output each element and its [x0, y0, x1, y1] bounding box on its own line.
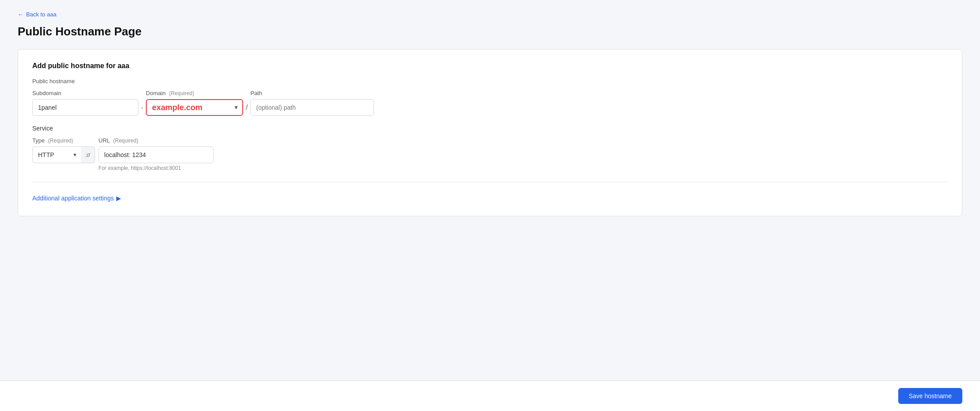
additional-settings-link[interactable]: Additional application settings ▶: [32, 195, 121, 202]
domain-required-tag: (Required): [169, 90, 194, 96]
page-title: Public Hostname Page: [18, 25, 962, 38]
path-field-group: Path: [250, 90, 374, 116]
public-hostname-label: Public hostname: [32, 78, 948, 85]
path-input[interactable]: [250, 99, 374, 116]
additional-settings-label: Additional application settings: [32, 195, 114, 202]
protocol-badge: ://: [81, 146, 95, 163]
save-hostname-button[interactable]: Save hostname: [898, 388, 962, 404]
footer-bar: Save hostname: [0, 380, 980, 411]
slash-separator: /: [246, 99, 248, 116]
domain-select-wrapper: example.com ▼: [146, 99, 243, 116]
section-divider: [32, 182, 948, 182]
type-required-tag: (Required): [48, 138, 73, 144]
page-wrapper: ← Back to aaa Public Hostname Page Add p…: [0, 0, 980, 411]
type-select-wrapper: HTTP HTTPS ▼ ://: [32, 146, 95, 163]
type-select[interactable]: HTTP HTTPS: [32, 146, 81, 163]
path-label: Path: [250, 90, 374, 96]
hostname-row: Subdomain · Domain (Required) example.co…: [32, 90, 948, 116]
subdomain-input[interactable]: [32, 99, 138, 116]
service-row: Type (Required) HTTP HTTPS ▼ ://: [32, 137, 948, 171]
url-hint: For example, https://localhost:8001: [99, 165, 214, 171]
subdomain-field-group: Subdomain: [32, 90, 138, 116]
main-card: Add public hostname for aaa Public hostn…: [18, 49, 962, 216]
type-field-group: Type (Required) HTTP HTTPS ▼ ://: [32, 137, 95, 163]
service-label: Service: [32, 125, 948, 132]
url-required-tag: (Required): [113, 138, 138, 144]
additional-settings-arrow-icon: ▶: [116, 195, 121, 202]
card-title: Add public hostname for aaa: [32, 62, 948, 70]
url-field-group: URL (Required) For example, https://loca…: [99, 137, 214, 171]
domain-select[interactable]: example.com: [146, 99, 243, 116]
subdomain-label: Subdomain: [32, 90, 138, 96]
back-arrow-icon: ←: [18, 11, 23, 18]
url-input[interactable]: [99, 146, 214, 163]
domain-field-group: Domain (Required) example.com ▼: [146, 90, 243, 116]
domain-label: Domain (Required): [146, 90, 243, 96]
type-label: Type (Required): [32, 137, 95, 144]
main-content: ← Back to aaa Public Hostname Page Add p…: [0, 0, 980, 380]
back-link[interactable]: ← Back to aaa: [18, 11, 57, 18]
type-select-container: HTTP HTTPS ▼: [32, 146, 81, 163]
back-link-label: Back to aaa: [26, 11, 57, 18]
url-label: URL (Required): [99, 137, 214, 144]
dot-separator: ·: [141, 99, 143, 116]
